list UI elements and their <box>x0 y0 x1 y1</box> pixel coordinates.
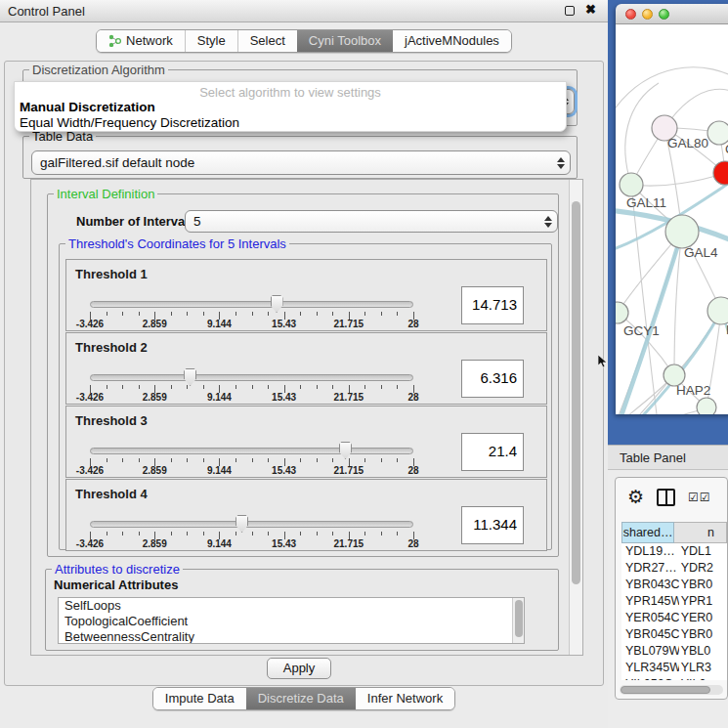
tab-network[interactable]: Network <box>97 30 185 52</box>
bottom-tab-infer-network[interactable]: Infer Network <box>356 688 454 709</box>
settings-scrollpane: Interval Definition Number of Intervals … <box>30 179 583 656</box>
table-panel-header: Table Panel <box>608 445 728 470</box>
network-icon <box>108 34 121 47</box>
algorithm-group-title: Discretization Algorithm <box>29 63 168 77</box>
threshold-slider-track[interactable] <box>90 448 413 454</box>
slider-tick-labels: -3.4262.8599.14415.4321.71528 <box>90 538 413 550</box>
threshold-slider-thumb[interactable] <box>236 515 248 533</box>
network-node[interactable] <box>665 215 699 248</box>
table-hscrollbar-thumb[interactable] <box>621 686 710 694</box>
table-row[interactable]: YBR043CYBR0 <box>621 577 727 593</box>
threshold-slider-track[interactable] <box>90 521 413 528</box>
table-header-row: shared… n <box>621 522 727 543</box>
table-row[interactable]: YBR045CYBR0 <box>621 626 727 643</box>
dropdown-prompt: Select algorithm to view settings <box>15 85 566 100</box>
threshold-slider-thumb[interactable] <box>339 442 352 459</box>
network-node-label: HAP2 <box>676 383 710 398</box>
interval-group-title: Interval Definition <box>54 187 157 201</box>
network-node-label: GAL4 <box>684 245 718 260</box>
network-view-window: GAL80GAGAL11GAL4GCY1HHAP2 <box>616 4 728 414</box>
threshold-label: Threshold 2 <box>75 340 148 355</box>
algorithm-dropdown-popup: Select algorithm to view settings Manual… <box>14 81 567 132</box>
table-row[interactable]: YBL079WYBL0 <box>621 643 727 660</box>
threshold-slider-track[interactable] <box>90 301 413 308</box>
threshold-label: Threshold 4 <box>75 487 148 501</box>
attribute-item[interactable]: TopologicalCoefficient <box>59 614 524 629</box>
num-intervals-spinner[interactable]: 5 <box>185 210 558 233</box>
interval-definition-group: Interval Definition Number of Intervals … <box>47 193 559 557</box>
float-icon[interactable] <box>565 6 575 16</box>
table-panel-body: ⚙ ☑☑ shared… n YDL19…YDL1YDR27…YDR2YBR04… <box>608 470 728 728</box>
table-data-value: galFiltered.sif default node <box>32 155 552 170</box>
network-canvas[interactable]: GAL80GAGAL11GAL4GCY1HHAP2 <box>616 24 728 414</box>
table-row[interactable]: YDL19…YDL1 <box>621 543 727 560</box>
table-row[interactable]: YPR145WYPR1 <box>621 593 727 610</box>
thresholds-group: Threshold's Coordinates for 5 Intervals … <box>59 243 552 550</box>
network-node[interactable] <box>697 398 716 414</box>
tab-style[interactable]: Style <box>185 30 237 52</box>
numerical-attributes-label: Numerical Attributes <box>54 578 178 592</box>
table-data-group: Table Data galFiltered.sif default node <box>22 136 578 179</box>
column-layout-icon[interactable] <box>657 489 675 506</box>
network-node-label: GAL11 <box>626 195 666 210</box>
combo-stepper-icon <box>552 157 570 169</box>
column-header-name[interactable]: n <box>674 522 727 543</box>
network-window-titlebar <box>616 4 728 24</box>
attribute-item[interactable]: BetweennessCentrality <box>59 629 524 644</box>
network-node-label: GAL80 <box>667 136 708 150</box>
table-panel-inner: ⚙ ☑☑ shared… n YDL19…YDL1YDR27…YDR2YBR04… <box>615 477 728 700</box>
table-row[interactable]: YLR345WYLR3 <box>621 660 727 676</box>
threshold-value-field[interactable]: 6.316 <box>461 360 524 398</box>
threshold-slider-thumb[interactable] <box>184 368 196 386</box>
table-toolbar: ⚙ ☑☑ <box>616 478 727 517</box>
network-node[interactable] <box>620 173 643 196</box>
column-header-shared[interactable]: shared… <box>621 522 674 543</box>
dropdown-option-manual[interactable]: Manual Discretization <box>20 100 155 114</box>
threshold-value-field[interactable]: 11.344 <box>461 506 524 544</box>
threshold-panel: Threshold 4 -3.4262.8599.14415.4321.7152… <box>65 479 547 551</box>
thresholds-group-title: Threshold's Coordinates for 5 Intervals <box>65 236 289 251</box>
checkbox-icons[interactable]: ☑☑ <box>688 491 711 504</box>
network-node-label: GCY1 <box>623 323 660 338</box>
close-traffic-light-icon[interactable] <box>625 9 636 20</box>
list-scrollbar[interactable] <box>512 598 524 643</box>
threshold-value-field[interactable]: 21.4 <box>461 433 524 471</box>
attribute-item[interactable]: SelfLoops <box>59 598 524 614</box>
tab-select[interactable]: Select <box>237 30 297 52</box>
bottom-tab-discretize-data[interactable]: Discretize Data <box>246 688 356 709</box>
num-intervals-value: 5 <box>186 214 539 229</box>
table-row[interactable]: YIL052CYIL0 <box>621 676 727 680</box>
settings-scrollbar-thumb[interactable] <box>572 201 580 584</box>
bottom-tabstrip: Impute DataDiscretize DataInfer Network <box>0 687 608 710</box>
slider-tick-labels: -3.4262.8599.14415.4321.71528 <box>90 465 413 477</box>
panel-title: Control Panel <box>8 4 85 19</box>
settings-scrollbar[interactable] <box>569 180 582 655</box>
app-root: Control Panel ✖ NetworkStyleSelectCyni T… <box>0 0 728 728</box>
bottom-tab-impute-data[interactable]: Impute Data <box>153 688 246 709</box>
control-panel-titlebar: Control Panel ✖ <box>0 0 608 22</box>
desktop-background: GAL80GAGAL11GAL4GCY1HHAP2 Table Panel ⚙ … <box>608 0 728 728</box>
top-tabstrip: NetworkStyleSelectCyni ToolboxjActiveMNo… <box>0 29 608 53</box>
table-data-combobox[interactable]: galFiltered.sif default node <box>31 150 571 175</box>
table-hscrollbar[interactable] <box>620 685 723 695</box>
zoom-traffic-light-icon[interactable] <box>659 9 669 20</box>
tab-jactivemnodules[interactable]: jActiveMNodules <box>393 30 511 52</box>
table-row[interactable]: YER054CYER0 <box>621 610 727 626</box>
threshold-value-field[interactable]: 14.713 <box>461 286 524 324</box>
gear-icon[interactable]: ⚙ <box>627 486 644 508</box>
network-node[interactable] <box>707 297 728 324</box>
mouse-cursor <box>598 355 608 371</box>
dropdown-option-equal-width[interactable]: Equal Width/Frequency Discretization <box>20 115 239 130</box>
apply-button[interactable]: Apply <box>267 658 331 679</box>
cyni-toolbox-panel: Discretization Algorithm Select algorith… <box>4 61 604 686</box>
close-icon[interactable]: ✖ <box>585 2 596 17</box>
threshold-slider-thumb[interactable] <box>271 295 283 313</box>
num-intervals-label: Number of Intervals <box>76 214 195 229</box>
tab-cyni-toolbox[interactable]: Cyni Toolbox <box>297 30 393 52</box>
node-table: shared… n YDL19…YDL1YDR27…YDR2YBR043CYBR… <box>621 522 727 680</box>
numerical-attributes-list: SelfLoopsTopologicalCoefficientBetweenne… <box>58 597 525 644</box>
minimize-traffic-light-icon[interactable] <box>642 9 653 20</box>
attributes-group: Attributes to discretize Numerical Attri… <box>45 569 559 651</box>
table-row[interactable]: YDR27…YDR2 <box>621 560 727 577</box>
threshold-slider-track[interactable] <box>90 374 413 381</box>
